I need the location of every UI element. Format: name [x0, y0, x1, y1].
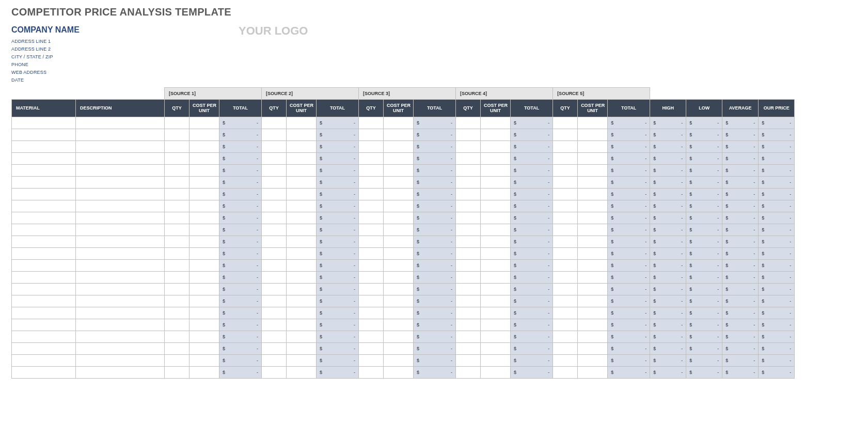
- cpu-cell[interactable]: [481, 319, 511, 331]
- cpu-cell[interactable]: [384, 248, 414, 260]
- qty-cell[interactable]: [456, 165, 481, 177]
- cpu-cell[interactable]: [578, 248, 608, 260]
- money-cell[interactable]: $-: [686, 319, 722, 331]
- material-cell[interactable]: [12, 117, 76, 129]
- cpu-cell[interactable]: [578, 189, 608, 200]
- cpu-cell[interactable]: [287, 331, 317, 343]
- qty-cell[interactable]: [262, 272, 287, 284]
- money-cell[interactable]: $-: [759, 129, 795, 141]
- money-cell[interactable]: $-: [608, 331, 650, 343]
- qty-cell[interactable]: [165, 272, 190, 284]
- qty-cell[interactable]: [456, 117, 481, 129]
- cpu-cell[interactable]: [287, 307, 317, 319]
- description-cell[interactable]: [76, 200, 165, 212]
- cpu-cell[interactable]: [578, 343, 608, 355]
- money-cell[interactable]: $-: [722, 295, 759, 307]
- money-cell[interactable]: $-: [414, 200, 456, 212]
- material-cell[interactable]: [12, 236, 76, 248]
- money-cell[interactable]: $-: [650, 367, 686, 379]
- cpu-cell[interactable]: [384, 200, 414, 212]
- money-cell[interactable]: $-: [686, 224, 722, 236]
- money-cell[interactable]: $-: [219, 284, 262, 295]
- money-cell[interactable]: $-: [414, 117, 456, 129]
- qty-cell[interactable]: [262, 295, 287, 307]
- qty-cell[interactable]: [553, 343, 578, 355]
- qty-cell[interactable]: [165, 141, 190, 153]
- qty-cell[interactable]: [165, 224, 190, 236]
- money-cell[interactable]: $-: [317, 295, 359, 307]
- money-cell[interactable]: $-: [219, 260, 262, 272]
- money-cell[interactable]: $-: [511, 272, 553, 284]
- cpu-cell[interactable]: [481, 248, 511, 260]
- cpu-cell[interactable]: [578, 236, 608, 248]
- cpu-cell[interactable]: [287, 224, 317, 236]
- qty-cell[interactable]: [359, 260, 384, 272]
- description-cell[interactable]: [76, 355, 165, 367]
- qty-cell[interactable]: [553, 248, 578, 260]
- qty-cell[interactable]: [553, 355, 578, 367]
- cpu-cell[interactable]: [578, 284, 608, 295]
- money-cell[interactable]: $-: [759, 260, 795, 272]
- money-cell[interactable]: $-: [219, 272, 262, 284]
- money-cell[interactable]: $-: [219, 319, 262, 331]
- money-cell[interactable]: $-: [722, 153, 759, 165]
- material-cell[interactable]: [12, 224, 76, 236]
- material-cell[interactable]: [12, 319, 76, 331]
- qty-cell[interactable]: [456, 200, 481, 212]
- money-cell[interactable]: $-: [722, 367, 759, 379]
- cpu-cell[interactable]: [578, 272, 608, 284]
- cpu-cell[interactable]: [578, 367, 608, 379]
- qty-cell[interactable]: [553, 331, 578, 343]
- qty-cell[interactable]: [359, 295, 384, 307]
- money-cell[interactable]: $-: [686, 331, 722, 343]
- money-cell[interactable]: $-: [650, 355, 686, 367]
- cpu-cell[interactable]: [384, 129, 414, 141]
- cpu-cell[interactable]: [481, 307, 511, 319]
- money-cell[interactable]: $-: [722, 117, 759, 129]
- qty-cell[interactable]: [165, 153, 190, 165]
- money-cell[interactable]: $-: [511, 165, 553, 177]
- cpu-cell[interactable]: [481, 117, 511, 129]
- cpu-cell[interactable]: [481, 165, 511, 177]
- material-cell[interactable]: [12, 355, 76, 367]
- money-cell[interactable]: $-: [722, 331, 759, 343]
- money-cell[interactable]: $-: [219, 129, 262, 141]
- money-cell[interactable]: $-: [317, 117, 359, 129]
- cpu-cell[interactable]: [384, 331, 414, 343]
- money-cell[interactable]: $-: [686, 153, 722, 165]
- money-cell[interactable]: $-: [511, 117, 553, 129]
- cpu-cell[interactable]: [578, 141, 608, 153]
- cpu-cell[interactable]: [287, 200, 317, 212]
- qty-cell[interactable]: [262, 248, 287, 260]
- money-cell[interactable]: $-: [759, 248, 795, 260]
- money-cell[interactable]: $-: [759, 295, 795, 307]
- qty-cell[interactable]: [165, 367, 190, 379]
- money-cell[interactable]: $-: [759, 307, 795, 319]
- money-cell[interactable]: $-: [317, 177, 359, 189]
- cpu-cell[interactable]: [384, 284, 414, 295]
- money-cell[interactable]: $-: [414, 355, 456, 367]
- money-cell[interactable]: $-: [511, 295, 553, 307]
- money-cell[interactable]: $-: [608, 200, 650, 212]
- qty-cell[interactable]: [359, 212, 384, 224]
- cpu-cell[interactable]: [481, 272, 511, 284]
- cpu-cell[interactable]: [190, 129, 219, 141]
- cpu-cell[interactable]: [481, 236, 511, 248]
- money-cell[interactable]: $-: [759, 224, 795, 236]
- money-cell[interactable]: $-: [414, 129, 456, 141]
- qty-cell[interactable]: [456, 295, 481, 307]
- qty-cell[interactable]: [359, 307, 384, 319]
- qty-cell[interactable]: [553, 236, 578, 248]
- cpu-cell[interactable]: [190, 319, 219, 331]
- cpu-cell[interactable]: [481, 177, 511, 189]
- description-cell[interactable]: [76, 260, 165, 272]
- money-cell[interactable]: $-: [414, 248, 456, 260]
- qty-cell[interactable]: [262, 212, 287, 224]
- qty-cell[interactable]: [359, 248, 384, 260]
- cpu-cell[interactable]: [287, 355, 317, 367]
- cpu-cell[interactable]: [287, 212, 317, 224]
- qty-cell[interactable]: [165, 129, 190, 141]
- cpu-cell[interactable]: [384, 295, 414, 307]
- money-cell[interactable]: $-: [650, 284, 686, 295]
- money-cell[interactable]: $-: [511, 177, 553, 189]
